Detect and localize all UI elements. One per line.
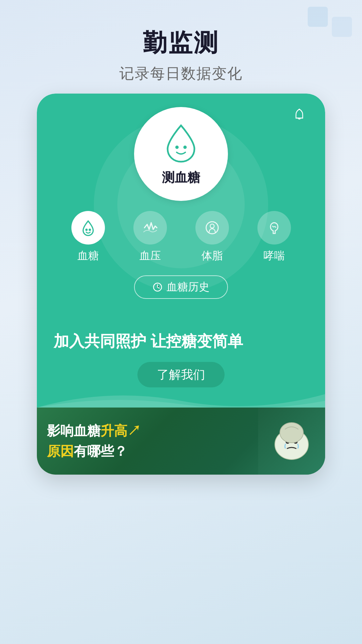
app-card: 测血糖 血糖	[37, 94, 325, 475]
blood-sugar-item[interactable]: 血糖	[71, 211, 105, 263]
dumpling-mascot-icon	[268, 418, 315, 465]
body-fat-icon-circle	[195, 211, 229, 245]
card-top-section: 测血糖 血糖	[37, 94, 325, 316]
measure-label: 测血糖	[162, 169, 200, 186]
asthma-label: 哮喘	[263, 249, 285, 263]
article-text: 影响血糖升高↗ 原因有哪些？	[37, 408, 258, 475]
category-icons-row: 血糖 血压	[50, 211, 312, 263]
body-fat-label: 体脂	[201, 249, 223, 263]
body-fat-icon	[204, 219, 221, 236]
svg-point-4	[88, 229, 91, 231]
article-highlight: 升高	[101, 423, 127, 438]
article-line2: 原因有哪些？	[47, 442, 248, 461]
blood-sugar-icon-circle	[71, 211, 105, 245]
article-banner[interactable]: 影响血糖升高↗ 原因有哪些？	[37, 408, 325, 475]
blood-pressure-icon-circle	[133, 211, 167, 245]
asthma-item[interactable]: 哮喘	[257, 211, 291, 263]
article-mascot	[258, 408, 325, 475]
body-fat-item[interactable]: 体脂	[195, 211, 229, 263]
deco-square-2	[332, 17, 352, 37]
deco-square-1	[308, 7, 328, 27]
blood-sugar-icon	[80, 219, 97, 236]
page-subtitle: 记录每日数据变化	[0, 64, 362, 84]
learn-more-label: 了解我们	[157, 367, 205, 383]
card-bottom-section: 加入共同照护 让控糖变简单 了解我们 影响血糖升高↗ 原因有哪些？	[37, 316, 325, 475]
learn-more-button[interactable]: 了解我们	[137, 362, 225, 387]
blood-sugar-history-button[interactable]: 血糖历史	[134, 275, 228, 299]
care-banner: 加入共同照护 让控糖变简单 了解我们	[37, 316, 325, 408]
article-arrow-icon: ↗	[127, 423, 141, 438]
bell-button[interactable]	[290, 106, 308, 124]
wave-decoration	[37, 387, 325, 408]
banner-text: 加入共同照护 让控糖变简单	[54, 330, 308, 352]
svg-point-6	[210, 224, 214, 228]
blood-pressure-icon	[142, 219, 159, 236]
bg-decoration	[308, 7, 352, 37]
article-line1: 影响血糖升高↗	[47, 422, 248, 440]
blood-pressure-item[interactable]: 血压	[133, 211, 167, 263]
article-line2-highlight: 原因	[47, 444, 74, 459]
history-label: 血糖历史	[167, 280, 209, 294]
svg-point-2	[183, 146, 187, 149]
asthma-icon-circle	[257, 211, 291, 245]
clock-icon	[153, 282, 163, 292]
measure-blood-sugar-button[interactable]: 测血糖	[134, 107, 228, 201]
drop-mascot-icon	[161, 122, 201, 166]
svg-point-1	[175, 146, 179, 149]
blood-sugar-label: 血糖	[77, 249, 99, 263]
svg-point-3	[85, 229, 87, 231]
svg-point-11	[280, 423, 303, 443]
asthma-icon	[266, 219, 283, 236]
svg-point-0	[299, 109, 300, 110]
blood-pressure-label: 血压	[139, 249, 161, 263]
